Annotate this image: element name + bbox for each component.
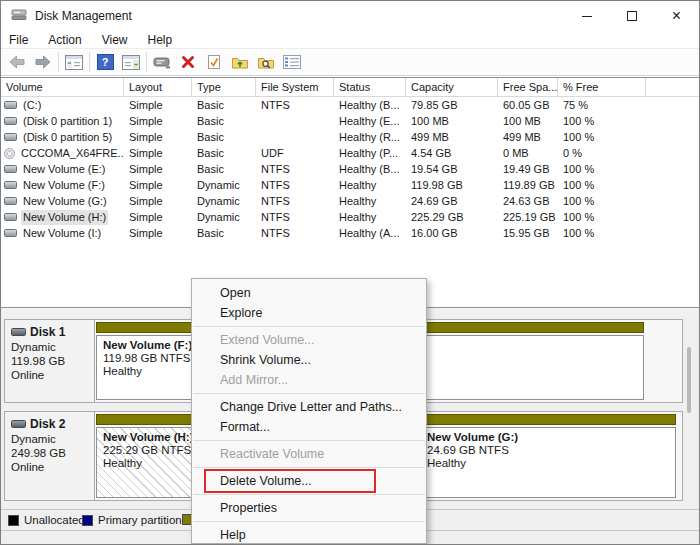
disk-info-line: Dynamic [11,341,94,353]
help-button[interactable]: ? [92,50,118,74]
table-cell: Dynamic [192,177,256,193]
disk-management-window: Disk Management × File Action View Help … [0,0,700,545]
details-button[interactable] [279,50,305,74]
menu-help[interactable]: Help [138,33,183,47]
disk-icon [4,165,17,173]
table-cell: 499 MB [406,129,498,145]
disk-icon [4,101,17,109]
column-header-volume[interactable]: Volume [1,78,124,96]
volume-name: CCCOMA_X64FRE... [19,146,124,161]
volume-cell: (C:) [1,97,124,113]
back-icon [9,55,25,69]
back-button[interactable] [4,50,30,74]
context-menu-item-change-drive-letter-and-paths[interactable]: Change Drive Letter and Paths... [192,397,426,417]
table-cell: 100 % [558,209,646,225]
table-cell: Simple [124,225,192,241]
context-menu-item-reactivate-volume[interactable]: Reactivate Volume [192,444,426,464]
menu-action[interactable]: Action [38,33,91,47]
context-menu-item-delete-volume[interactable]: Delete Volume... [192,471,426,491]
monitor-button[interactable] [149,50,175,74]
table-cell: 0 % [558,145,646,161]
menu-view[interactable]: View [92,33,138,47]
table-cell [256,113,334,129]
monitor-icon [153,55,171,70]
disk-label-panel[interactable]: Disk 1Dynamic119.98 GBOnline [5,320,95,402]
menu-separator [193,467,425,468]
console-tree-button[interactable] [61,50,87,74]
maximize-button[interactable] [609,1,654,31]
table-cell: Basic [192,97,256,113]
volume-cell: New Volume (G:) [1,193,124,209]
column-header-layout[interactable]: Layout [124,78,192,96]
table-cell: Simple [124,145,192,161]
table-row[interactable]: New Volume (F:)SimpleDynamicNTFSHealthy1… [1,177,699,193]
context-menu-item-explore[interactable]: Explore [192,303,426,323]
column-header-status[interactable]: Status [334,78,406,96]
context-menu-item-add-mirror[interactable]: Add Mirror... [192,370,426,390]
table-row[interactable]: (Disk 0 partition 5)SimpleBasicHealthy (… [1,129,699,145]
column-header-pct-free[interactable]: % Free [558,78,646,96]
context-menu-item-properties[interactable]: Properties [192,498,426,518]
legend-label: Primary partition [98,514,182,526]
legend-swatch [8,515,19,526]
column-header-capacity[interactable]: Capacity [406,78,498,96]
explore-button[interactable] [253,50,279,74]
column-header-free-space[interactable]: Free Spa... [498,78,558,96]
table-row[interactable]: New Volume (G:)SimpleDynamicNTFSHealthy2… [1,193,699,209]
table-cell: Dynamic [192,193,256,209]
scrollbar-thumb[interactable] [687,347,691,413]
context-menu-item-extend-volume[interactable]: Extend Volume... [192,330,426,350]
volume-cell: (Disk 0 partition 5) [1,129,124,145]
delete-icon [181,55,195,69]
table-cell: NTFS [256,225,334,241]
table-cell: 499 MB [498,129,558,145]
disk-info-line: Online [11,461,94,473]
table-cell: Dynamic [192,209,256,225]
table-cell: Basic [192,161,256,177]
volume-region[interactable]: New Volume (G:)24.69 GB NTFSHealthy [420,414,676,498]
volume-cell: New Volume (F:) [1,177,124,193]
table-row[interactable]: New Volume (H:)SimpleDynamicNTFSHealthy2… [1,209,699,225]
volume-name: New Volume (H:) [21,210,108,225]
disk-info-line: 119.98 GB [11,355,94,367]
disk-icon [11,328,26,336]
disk-label-panel[interactable]: Disk 2Dynamic249.98 GBOnline [5,412,95,500]
table-cell: 0 MB [498,145,558,161]
table-cell: 24.63 GB [498,193,558,209]
table-row[interactable]: CCCOMA_X64FRE...SimpleBasicUDFHealthy (P… [1,145,699,161]
close-button[interactable]: × [654,1,699,31]
context-menu-item-format[interactable]: Format... [192,417,426,437]
disk-icon [4,229,17,237]
table-cell: NTFS [256,161,334,177]
column-header-type[interactable]: Type [192,78,256,96]
open-button[interactable] [227,50,253,74]
delete-button[interactable] [175,50,201,74]
volume-name: (Disk 0 partition 1) [21,114,114,129]
cd-drive-icon [4,148,15,159]
search-folder-icon [257,55,275,70]
table-cell: Healthy (P... [334,145,406,161]
minimize-button[interactable] [564,1,609,31]
app-icon [11,7,27,25]
context-menu-item-help[interactable]: Help [192,525,426,544]
action-pane-button[interactable] [118,50,144,74]
toolbar-separator [89,52,90,72]
disk-icon [4,133,17,141]
context-menu-item-shrink-volume[interactable]: Shrink Volume... [192,350,426,370]
table-row[interactable]: New Volume (I:)SimpleBasicNTFSHealthy (A… [1,225,699,241]
table-row[interactable]: (C:)SimpleBasicNTFSHealthy (B...79.85 GB… [1,97,699,113]
details-icon [283,55,301,69]
context-menu-item-open[interactable]: Open [192,283,426,303]
table-row[interactable]: (Disk 0 partition 1)SimpleBasicHealthy (… [1,113,699,129]
table-row[interactable]: New Volume (E:)SimpleBasicNTFSHealthy (B… [1,161,699,177]
table-cell: 15.95 GB [498,225,558,241]
column-header-file-system[interactable]: File System [256,78,334,96]
maximize-icon [627,11,637,21]
menu-file[interactable]: File [9,33,38,47]
table-cell: NTFS [256,209,334,225]
forward-button[interactable] [30,50,56,74]
minimize-icon [582,16,592,17]
table-cell: 4.54 GB [406,145,498,161]
table-cell: Simple [124,209,192,225]
properties-button[interactable] [201,50,227,74]
